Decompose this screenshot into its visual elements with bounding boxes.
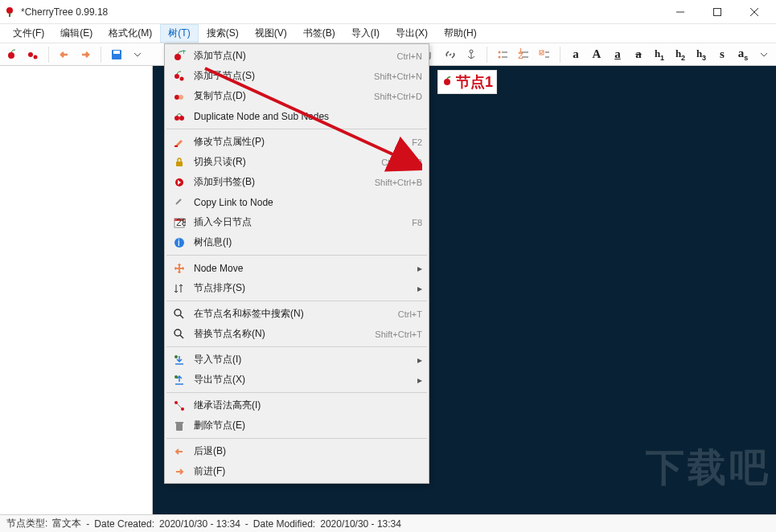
svg-point-53 — [174, 375, 178, 379]
menu-item-替换节点名称(N)[interactable]: 替换节点名称(N)Shift+Ctrl+T — [165, 324, 429, 344]
svg-rect-40 — [174, 145, 178, 147]
menu-item-shortcut: Ctrl+Alt+R — [381, 158, 422, 167]
menu-item-修改节点属性(P)[interactable]: 修改节点属性(P)F2 — [165, 132, 429, 152]
close-button[interactable] — [736, 0, 773, 24]
menu-item-shortcut: Ctrl+T — [398, 309, 422, 319]
menu-item-切换只读(R)[interactable]: 切换只读(R)Ctrl+Alt+R — [165, 152, 429, 172]
svg-rect-41 — [176, 162, 183, 166]
menu-item-前进(F)[interactable]: 前进(F) — [165, 461, 429, 481]
bullet-icon[interactable] — [495, 47, 510, 62]
menu-item-9[interactable]: 帮助(H) — [436, 24, 485, 43]
format-h2[interactable]: h2 — [673, 47, 688, 62]
menu-item-继承语法高亮(I)[interactable]: 继承语法高亮(I) — [165, 395, 429, 415]
lock-icon — [171, 156, 187, 169]
menu-item-导入节点(I)[interactable]: 导入节点(I)▸ — [165, 350, 429, 370]
info-icon: i — [171, 236, 187, 249]
menu-item-插入今日节点[interactable]: 28插入今日节点F8 — [165, 212, 429, 232]
svg-point-35 — [180, 76, 184, 80]
format-strike[interactable]: a — [631, 47, 646, 62]
menu-divider — [166, 346, 427, 347]
menu-divider — [166, 438, 427, 439]
forward-icon[interactable] — [78, 47, 92, 62]
format-a2[interactable]: A — [589, 47, 604, 62]
back-icon — [171, 445, 187, 458]
svg-point-34 — [174, 74, 179, 79]
inherit-icon — [171, 399, 187, 412]
menu-item-label: 添加到书签(B) — [194, 175, 375, 189]
save-icon[interactable] — [109, 47, 124, 62]
menu-item-8[interactable]: 导出(X) — [388, 24, 436, 43]
menu-item-导出节点(X)[interactable]: 导出节点(X)▸ — [165, 370, 429, 390]
cherry-add-icon[interactable] — [5, 47, 19, 62]
menu-item-Duplicate Node and Sub Nodes[interactable]: Duplicate Node and Sub Nodes — [165, 106, 429, 126]
svg-point-52 — [174, 355, 178, 358]
format-dropdown-icon[interactable] — [757, 47, 771, 62]
menu-item-节点排序(S)[interactable]: 节点排序(S)▸ — [165, 278, 429, 298]
anchor-icon[interactable] — [464, 47, 478, 62]
cherry-child-icon[interactable] — [26, 47, 40, 62]
menu-item-label: 修改节点属性(P) — [194, 135, 412, 149]
save-dropdown-icon[interactable] — [130, 47, 145, 62]
menu-item-Node Move[interactable]: Node Move▸ — [165, 258, 429, 278]
menu-item-shortcut: Shift+Ctrl+D — [374, 92, 422, 101]
menu-item-label: 树信息(I) — [194, 235, 422, 249]
toolbar-separator — [101, 47, 101, 63]
menu-item-label: 在节点名和标签中搜索(N) — [194, 307, 398, 321]
menu-item-删除节点(E)[interactable]: 删除节点(E) — [165, 415, 429, 436]
menu-item-后退(B)[interactable]: 后退(B) — [165, 441, 429, 461]
format-a1[interactable]: a — [569, 47, 583, 62]
forward-icon — [171, 465, 187, 478]
cherry-add-icon: + — [171, 50, 187, 63]
svg-point-32 — [174, 54, 181, 60]
title-bar: *CherryTree 0.99.18 — [0, 0, 776, 24]
menu-item-label: 后退(B) — [194, 444, 422, 458]
maximize-button[interactable] — [699, 0, 736, 24]
search-icon — [171, 328, 187, 341]
menu-item-1[interactable]: 编辑(E) — [52, 24, 101, 43]
format-h3[interactable]: h3 — [694, 47, 708, 62]
menu-item-添加节点(N)[interactable]: +添加节点(N)Ctrl+N — [165, 46, 429, 66]
paint-icon — [171, 136, 187, 149]
export-icon — [171, 374, 187, 387]
node-title: 节点1 — [456, 72, 493, 92]
menu-item-添加子节点(S)[interactable]: 添加子节点(S)Shift+Ctrl+N — [165, 66, 429, 86]
svg-text:i: i — [178, 237, 180, 248]
menu-item-3[interactable]: 树(T) — [160, 24, 198, 43]
format-sup[interactable]: as — [736, 47, 750, 62]
format-underline[interactable]: a — [610, 47, 625, 62]
svg-point-31 — [444, 79, 450, 85]
menu-item-label: 复制节点(D) — [194, 89, 374, 103]
menu-item-2[interactable]: 格式化(M) — [101, 24, 160, 43]
todo-icon[interactable] — [537, 47, 552, 62]
app-icon — [3, 6, 16, 18]
status-type-label: 节点类型: — [6, 517, 47, 530]
menu-item-树信息(I)[interactable]: i树信息(I) — [165, 232, 429, 252]
menu-item-6[interactable]: 书签(B) — [295, 24, 343, 43]
tree-sidebar[interactable] — [0, 66, 153, 514]
cherry-child-icon — [171, 70, 187, 83]
menu-item-在节点名和标签中搜索(N)[interactable]: 在节点名和标签中搜索(N)Ctrl+T — [165, 304, 429, 324]
svg-point-6 — [8, 52, 14, 59]
svg-rect-56 — [176, 424, 183, 431]
svg-point-37 — [179, 95, 183, 100]
menu-item-label: 前进(F) — [194, 464, 422, 478]
menu-item-5[interactable]: 视图(V) — [247, 24, 295, 43]
calendar-icon: 28 — [171, 216, 187, 229]
menu-item-0[interactable]: 文件(F) — [5, 24, 52, 43]
link-icon[interactable] — [443, 47, 458, 62]
format-small[interactable]: s — [715, 47, 729, 62]
menu-item-label: 删除节点(E) — [194, 419, 422, 432]
minimize-button[interactable] — [662, 0, 699, 24]
menu-item-4[interactable]: 搜索(S) — [199, 24, 247, 43]
menu-item-添加到书签(B)[interactable]: 添加到书签(B)Shift+Ctrl+B — [165, 172, 429, 192]
menu-divider — [166, 129, 427, 129]
numbered-icon[interactable]: 12 — [516, 47, 531, 62]
back-icon[interactable] — [57, 47, 72, 62]
svg-point-20 — [499, 51, 501, 53]
menu-item-label: Duplicate Node and Sub Nodes — [194, 111, 422, 122]
menu-item-7[interactable]: 导入(I) — [343, 24, 388, 43]
menu-item-Copy Link to Node[interactable]: Copy Link to Node — [165, 192, 429, 212]
format-h1[interactable]: h1 — [652, 47, 667, 62]
menu-item-label: 导出节点(X) — [194, 373, 413, 387]
menu-item-复制节点(D)[interactable]: 复制节点(D)Shift+Ctrl+D — [165, 86, 429, 106]
